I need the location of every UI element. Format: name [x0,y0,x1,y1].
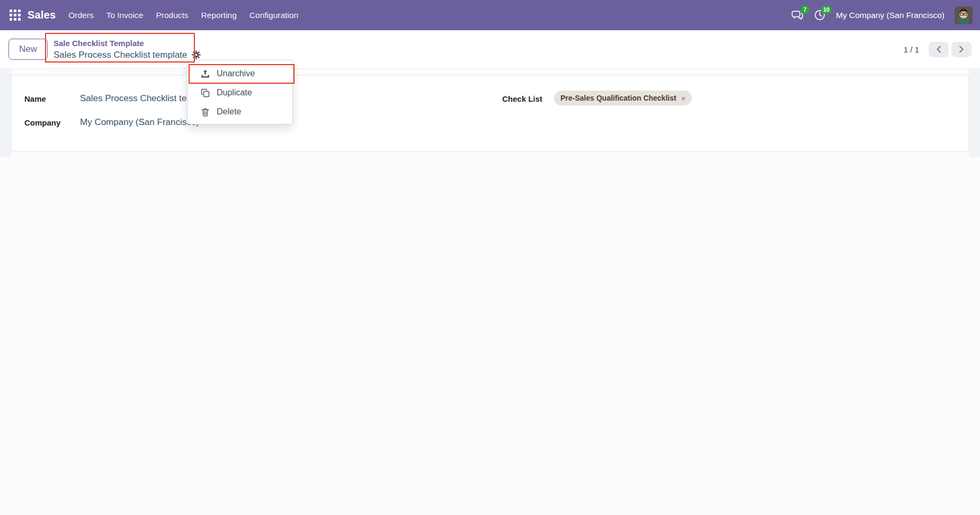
nav-item-reporting[interactable]: Reporting [195,0,243,30]
name-field-label: Name [24,94,46,103]
nav-item-configuration[interactable]: Configuration [243,0,305,30]
close-icon[interactable]: × [681,94,686,102]
app-brand[interactable]: Sales [28,9,56,21]
duplicate-icon [201,88,210,97]
company-field-label: Company [24,118,60,127]
user-avatar[interactable] [955,6,973,24]
checklist-tag[interactable]: Pre-Sales Qualification Checklist × [554,91,692,105]
form-content: Name Sales Process Checklist template Co… [0,69,980,515]
sheet-gutter-right [969,69,980,157]
company-field-value[interactable]: My Company (San Francisco) [80,117,199,128]
top-nav: Sales Orders To Invoice Products Reporti… [0,0,980,30]
breadcrumb-parent-link[interactable]: Sale Checklist Template [54,38,201,49]
nav-menu: Orders To Invoice Products Reporting Con… [62,0,305,30]
checklist-field-label: Check List [502,94,542,103]
menu-item-label: Unarchive [217,69,255,78]
messages-menu[interactable]: 7 [791,9,804,21]
trash-icon [201,108,210,117]
nav-right: 7 10 My Company (San Francisco) [791,6,973,24]
pager-previous-button[interactable] [929,42,949,57]
activities-menu[interactable]: 10 [814,9,826,21]
menu-item-delete[interactable]: Delete [188,102,292,121]
activities-badge: 10 [821,5,832,14]
new-button[interactable]: New [8,39,48,60]
breadcrumb-current: Sales Process Checklist template [54,49,201,61]
form-sheet: Name Sales Process Checklist template Co… [11,75,969,152]
pager-count[interactable]: 1 / 1 [904,45,919,54]
company-switcher[interactable]: My Company (San Francisco) [836,11,945,20]
chevron-right-icon [959,46,964,53]
nav-item-orders[interactable]: Orders [62,0,100,30]
sheet-gutter-left [0,69,11,157]
apps-grid-icon[interactable] [10,10,21,21]
gear-icon[interactable] [192,50,201,59]
breadcrumb: Sale Checklist Template Sales Process Ch… [54,38,201,61]
breadcrumb-current-label: Sales Process Checklist template [54,49,187,61]
nav-item-to-invoice[interactable]: To Invoice [100,0,150,30]
pager-next-button[interactable] [951,42,972,57]
unarchive-icon [201,69,210,78]
nav-item-products[interactable]: Products [149,0,194,30]
menu-item-unarchive[interactable]: Unarchive [188,64,292,83]
nav-left: Sales Orders To Invoice Products Reporti… [10,0,305,30]
pager: 1 / 1 [904,42,972,57]
menu-item-label: Duplicate [217,88,252,97]
messages-badge: 7 [800,5,809,14]
menu-item-label: Delete [217,107,241,117]
checklist-tag-label: Pre-Sales Qualification Checklist [560,94,676,102]
action-dropdown-menu: Unarchive Duplicate Delete [187,60,293,125]
chevron-left-icon [936,46,941,53]
menu-item-duplicate[interactable]: Duplicate [188,83,292,102]
control-panel: New Sale Checklist Template Sales Proces… [0,30,980,69]
